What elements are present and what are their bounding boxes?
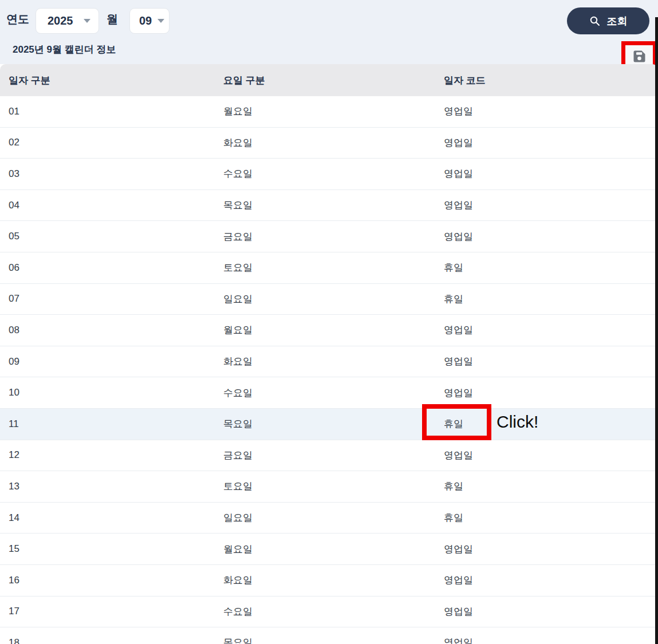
month-dropdown-value: 09 (139, 14, 152, 27)
table-row: 10수요일영업일 (0, 377, 658, 409)
code-cell[interactable]: 휴일 (435, 293, 658, 306)
search-button[interactable]: 조회 (567, 7, 649, 34)
table-row: 08월요일영업일 (0, 315, 658, 346)
day-cell: 월요일 (215, 323, 435, 337)
day-cell: 토요일 (215, 261, 435, 274)
filter-bar: 연도 2025 월 09 조회 (0, 0, 658, 38)
day-cell: 수요일 (215, 167, 435, 180)
table-row: 07일요일휴일 (0, 284, 658, 315)
chevron-down-icon (84, 19, 90, 23)
code-cell[interactable]: 영업일 (435, 543, 658, 556)
date-cell: 10 (0, 387, 215, 398)
date-cell: 08 (0, 325, 215, 336)
table-row: 05금요일영업일 (0, 221, 658, 252)
table-row: 12금요일영업일 (0, 440, 658, 472)
year-dropdown[interactable]: 2025 (36, 8, 99, 34)
date-cell: 18 (0, 637, 215, 644)
day-cell: 목요일 (215, 636, 435, 644)
date-cell: 02 (0, 137, 215, 148)
day-cell: 금요일 (215, 230, 435, 243)
code-cell[interactable]: 영업일 (435, 574, 658, 587)
table-row: 03수요일영업일 (0, 159, 658, 190)
table-row: 04목요일영업일 (0, 190, 658, 222)
date-cell: 17 (0, 606, 215, 617)
day-cell: 화요일 (215, 574, 435, 587)
day-cell: 월요일 (215, 105, 435, 118)
date-cell: 06 (0, 262, 215, 274)
year-label: 연도 (6, 0, 29, 38)
day-cell: 화요일 (215, 355, 435, 368)
day-cell: 수요일 (215, 386, 435, 400)
day-cell: 수요일 (215, 605, 435, 618)
year-dropdown-value: 2025 (48, 14, 73, 27)
table-row: 17수요일영업일 (0, 596, 658, 628)
date-cell: 13 (0, 481, 215, 492)
day-cell: 토요일 (215, 480, 435, 493)
search-button-label: 조회 (607, 14, 628, 28)
section-title: 2025년 9월 캘린더 정보 (13, 38, 116, 61)
code-cell[interactable]: 영업일 (435, 199, 658, 212)
date-cell: 01 (0, 106, 215, 117)
table-body: 01월요일영업일02화요일영업일03수요일영업일04목요일영업일05금요일영업일… (0, 96, 658, 644)
table-header-row: 일자 구분 요일 구분 일자 코드 (0, 64, 658, 96)
day-cell: 금요일 (215, 449, 435, 462)
table-row: 14일요일휴일 (0, 503, 658, 534)
code-cell[interactable]: 영업일 (435, 636, 658, 644)
code-cell[interactable]: 영업일 (435, 105, 658, 118)
save-button[interactable] (633, 50, 646, 63)
column-header-date: 일자 구분 (0, 74, 215, 87)
month-label: 월 (107, 0, 118, 38)
code-cell[interactable]: 영업일 (435, 355, 658, 368)
calendar-table: 일자 구분 요일 구분 일자 코드 01월요일영업일02화요일영업일03수요일영… (0, 64, 658, 644)
floppy-disk-icon (633, 50, 646, 63)
column-header-code: 일자 코드 (435, 74, 658, 87)
date-cell: 04 (0, 200, 215, 211)
date-cell: 03 (0, 168, 215, 180)
code-cell[interactable]: 영업일 (435, 449, 658, 462)
top-panel: 연도 2025 월 09 조회 2025년 9 (0, 0, 658, 64)
column-header-day: 요일 구분 (215, 74, 435, 87)
table-row: 18목요일영업일 (0, 627, 658, 644)
code-cell[interactable]: 휴일 (435, 261, 658, 274)
click-annotation-label: Click! (497, 409, 538, 434)
table-row: 02화요일영업일 (0, 128, 658, 159)
code-cell[interactable]: 영업일 (435, 323, 658, 337)
day-cell: 목요일 (215, 417, 435, 430)
date-cell: 16 (0, 575, 215, 586)
table-row: 06토요일휴일 (0, 252, 658, 284)
month-dropdown[interactable]: 09 (129, 8, 170, 34)
code-cell[interactable]: 영업일 (435, 386, 658, 400)
table-row: 16화요일영업일 (0, 565, 658, 596)
code-cell[interactable]: 영업일 (435, 605, 658, 618)
code-cell[interactable]: 휴일 (435, 511, 658, 524)
date-cell: 11 (0, 418, 215, 430)
day-cell: 화요일 (215, 136, 435, 149)
table-row: 01월요일영업일 (0, 96, 658, 128)
calendar-admin-screen: 연도 2025 월 09 조회 2025년 9 (0, 0, 658, 644)
date-cell: 09 (0, 356, 215, 368)
code-cell[interactable]: 영업일 (435, 230, 658, 243)
day-cell: 월요일 (215, 543, 435, 556)
search-icon (589, 15, 600, 26)
scrollbar[interactable] (655, 17, 658, 644)
date-cell: 05 (0, 231, 215, 242)
table-row: 13토요일휴일 (0, 471, 658, 503)
chevron-down-icon (157, 19, 164, 23)
table-row: 11목요일휴일 (0, 409, 658, 440)
date-cell: 07 (0, 293, 215, 305)
code-cell[interactable]: 휴일 (435, 480, 658, 493)
date-cell: 14 (0, 512, 215, 524)
code-cell[interactable]: 영업일 (435, 167, 658, 180)
date-cell: 12 (0, 449, 215, 461)
day-cell: 목요일 (215, 199, 435, 212)
table-row: 15월요일영업일 (0, 534, 658, 565)
code-cell[interactable]: 영업일 (435, 136, 658, 149)
day-cell: 일요일 (215, 511, 435, 524)
day-cell: 일요일 (215, 293, 435, 306)
date-cell: 15 (0, 543, 215, 555)
code-cell[interactable]: 휴일 (435, 417, 658, 430)
table-row: 09화요일영업일 (0, 346, 658, 378)
section-band: 2025년 9월 캘린더 정보 (0, 38, 658, 64)
